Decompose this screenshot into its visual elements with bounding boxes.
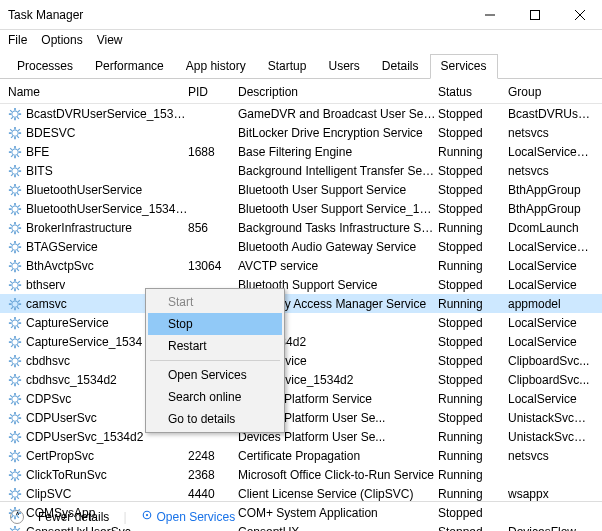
minimize-button[interactable] — [467, 0, 512, 30]
tab-performance[interactable]: Performance — [84, 54, 175, 78]
service-pid: 1688 — [188, 145, 238, 159]
context-start[interactable]: Start — [148, 291, 282, 313]
gear-icon — [8, 183, 22, 197]
service-group: LocalService — [508, 316, 594, 330]
service-status: Stopped — [438, 240, 508, 254]
service-row[interactable]: CaptureService_1534 vice_1534d2StoppedLo… — [0, 332, 602, 351]
service-row[interactable]: bthservBluetooth Support ServiceStoppedL… — [0, 275, 602, 294]
service-description: Bluetooth User Support Service_153... — [238, 202, 438, 216]
service-row[interactable]: BthAvctpSvc13064AVCTP serviceRunningLoca… — [0, 256, 602, 275]
service-group: UnistackSvcGr... — [508, 411, 594, 425]
title-bar: Task Manager — [0, 0, 602, 30]
context-stop[interactable]: Stop — [148, 313, 282, 335]
service-row[interactable]: CaptureService viceStoppedLocalService — [0, 313, 602, 332]
service-name: BcastDVRUserService_1534d2 — [26, 107, 188, 121]
service-row[interactable]: BluetoothUserServiceBluetooth User Suppo… — [0, 180, 602, 199]
open-services-link[interactable]: Open Services — [141, 509, 236, 524]
service-row[interactable]: BFE1688Base Filtering EngineRunningLocal… — [0, 142, 602, 161]
service-group: ClipboardSvc... — [508, 354, 594, 368]
service-row[interactable]: ClickToRunSvc2368Microsoft Office Click-… — [0, 465, 602, 484]
service-name: bthserv — [26, 278, 65, 292]
menu-options[interactable]: Options — [41, 33, 82, 47]
service-status: Stopped — [438, 316, 508, 330]
service-status: Running — [438, 430, 508, 444]
tab-services[interactable]: Services — [430, 54, 498, 79]
service-row[interactable]: BTAGServiceBluetooth Audio Gateway Servi… — [0, 237, 602, 256]
gear-icon — [8, 107, 22, 121]
service-group: netsvcs — [508, 126, 594, 140]
service-name: cbdhsvc — [26, 354, 70, 368]
gear-icon — [8, 126, 22, 140]
service-row[interactable]: BITSBackground Intelligent Transfer Serv… — [0, 161, 602, 180]
gear-icon — [8, 202, 22, 216]
menu-view[interactable]: View — [97, 33, 123, 47]
service-name: ClickToRunSvc — [26, 468, 107, 482]
service-row[interactable]: camsvc5284Capability Access Manager Serv… — [0, 294, 602, 313]
tab-startup[interactable]: Startup — [257, 54, 318, 78]
service-row[interactable]: CDPUserSvc_1534d2 Devices Platform User … — [0, 427, 602, 446]
service-group: LocalServiceN... — [508, 240, 594, 254]
service-group: LocalService — [508, 335, 594, 349]
service-description: GameDVR and Broadcast User Servic... — [238, 107, 438, 121]
service-row[interactable]: BDESVCBitLocker Drive Encryption Service… — [0, 123, 602, 142]
gear-icon — [8, 297, 22, 311]
tab-processes[interactable]: Processes — [6, 54, 84, 78]
service-description: Base Filtering Engine — [238, 145, 438, 159]
header-pid[interactable]: PID — [188, 85, 238, 99]
menu-file[interactable]: File — [8, 33, 27, 47]
service-description: Bluetooth Audio Gateway Service — [238, 240, 438, 254]
service-row[interactable]: cbdhsvc User ServiceStoppedClipboardSvc.… — [0, 351, 602, 370]
tab-details[interactable]: Details — [371, 54, 430, 78]
service-group: UnistackSvcGr... — [508, 430, 594, 444]
service-pid: 2248 — [188, 449, 238, 463]
gear-icon — [8, 316, 22, 330]
service-group: netsvcs — [508, 164, 594, 178]
context-restart[interactable]: Restart — [148, 335, 282, 357]
header-group[interactable]: Group — [508, 85, 594, 99]
service-name: BDESVC — [26, 126, 75, 140]
service-status: Stopped — [438, 411, 508, 425]
gear-icon — [8, 278, 22, 292]
service-description: Client License Service (ClipSVC) — [238, 487, 438, 501]
context-search-online[interactable]: Search online — [148, 386, 282, 408]
service-name: camsvc — [26, 297, 67, 311]
service-status: Stopped — [438, 107, 508, 121]
service-pid: 2368 — [188, 468, 238, 482]
service-group: wsappx — [508, 487, 594, 501]
header-status[interactable]: Status — [438, 85, 508, 99]
close-button[interactable] — [557, 0, 602, 30]
service-row[interactable]: CDPSvc Devices Platform ServiceRunningLo… — [0, 389, 602, 408]
service-name: BluetoothUserService — [26, 183, 142, 197]
menu-bar: File Options View — [0, 30, 602, 50]
maximize-button[interactable] — [512, 0, 557, 30]
tab-users[interactable]: Users — [317, 54, 370, 78]
svg-point-5 — [145, 514, 147, 516]
header-description[interactable]: Description — [238, 85, 438, 99]
service-row[interactable]: BrokerInfrastructure856Background Tasks … — [0, 218, 602, 237]
context-menu: Start Stop Restart Open Services Search … — [145, 288, 285, 433]
header-name[interactable]: Name — [8, 85, 188, 99]
service-status: Stopped — [438, 164, 508, 178]
context-go-to-details[interactable]: Go to details — [148, 408, 282, 430]
tab-app-history[interactable]: App history — [175, 54, 257, 78]
svg-rect-1 — [530, 10, 539, 19]
service-status: Stopped — [438, 354, 508, 368]
window-controls — [467, 0, 602, 30]
chevron-up-icon[interactable]: ˄ — [10, 510, 24, 524]
service-status: Stopped — [438, 202, 508, 216]
service-name: BFE — [26, 145, 49, 159]
gear-icon — [8, 430, 22, 444]
fewer-details-link[interactable]: Fewer details — [38, 510, 109, 524]
service-name: cbdhsvc_1534d2 — [26, 373, 117, 387]
service-description: Certificate Propagation — [238, 449, 438, 463]
context-open-services[interactable]: Open Services — [148, 364, 282, 386]
service-pid: 13064 — [188, 259, 238, 273]
service-row[interactable]: CDPUserSvc Devices Platform User Se...St… — [0, 408, 602, 427]
service-name: BTAGService — [26, 240, 98, 254]
service-row[interactable]: BluetoothUserService_1534d2Bluetooth Use… — [0, 199, 602, 218]
service-row[interactable]: cbdhsvc_1534d2 User Service_1534d2Stoppe… — [0, 370, 602, 389]
service-name: CaptureService_1534 — [26, 335, 142, 349]
service-row[interactable]: CertPropSvc2248Certificate PropagationRu… — [0, 446, 602, 465]
service-row[interactable]: BcastDVRUserService_1534d2GameDVR and Br… — [0, 104, 602, 123]
gear-icon — [8, 221, 22, 235]
